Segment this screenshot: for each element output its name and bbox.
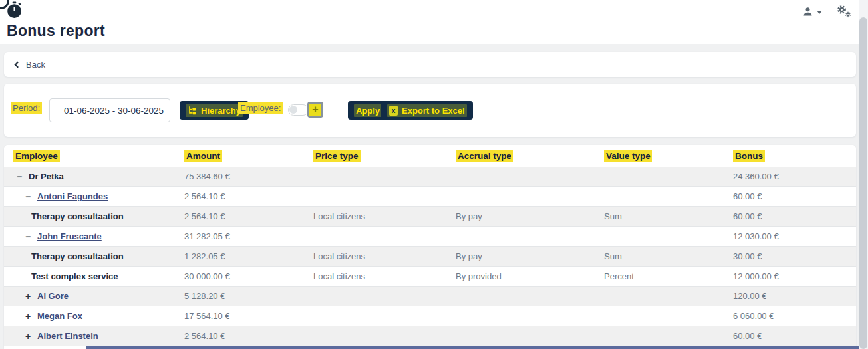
column-header-amount: Amount <box>175 150 304 162</box>
employee-name: Therapy consultaation <box>31 211 124 221</box>
cell-employee: Therapy consultaation <box>4 211 175 221</box>
employee-name[interactable]: Megan Fox <box>37 311 82 321</box>
cell-accrual-type: By provided <box>446 271 595 281</box>
cell-accrual-type: By pay <box>446 211 595 221</box>
employee-label: Employee: <box>238 103 283 113</box>
cell-bonus: 120.00 € <box>724 291 856 301</box>
cell-value-type: Sum <box>595 211 724 221</box>
cell-employee: + Albert Einstein <box>4 331 175 341</box>
cell-employee: Test complex service <box>4 271 175 281</box>
filter-bar: Period: 01-06-2025 - 30-06-2025 Hierarch… <box>4 84 856 137</box>
row-expander[interactable]: + <box>25 332 33 341</box>
cell-price-type: Local citizens <box>304 271 446 281</box>
employee-toggle[interactable] <box>288 104 309 116</box>
apply-button-label: Apply <box>356 106 380 116</box>
top-header: Bonus report <box>0 0 868 44</box>
settings-button[interactable] <box>837 5 851 18</box>
excel-file-icon: x <box>389 106 398 116</box>
column-header-price-type: Price type <box>304 150 446 162</box>
row-expander[interactable]: − <box>17 172 24 181</box>
cell-amount: 30 000.00 € <box>175 271 304 281</box>
employee-name[interactable]: Antoni Fagundes <box>37 191 108 201</box>
column-header-employee: Employee <box>4 150 175 162</box>
cell-employee: − Antoni Fagundes <box>4 191 175 201</box>
bonus-report-table: Employee Amount Price type Accrual type … <box>4 145 856 349</box>
table-row: − Antoni Fagundes 2 564.10 € 60.00 € <box>4 187 856 207</box>
cell-bonus: 24 360.00 € <box>724 172 856 181</box>
cell-bonus: 60.00 € <box>724 211 856 221</box>
plus-icon: + <box>309 104 321 116</box>
period-label: Period: <box>11 103 42 113</box>
cell-employee: + Megan Fox <box>4 311 175 321</box>
cell-amount: 1 282.05 € <box>175 251 304 261</box>
user-icon <box>802 6 813 17</box>
cell-amount: 31 282.05 € <box>175 231 304 241</box>
cell-employee: + Al Gore <box>4 291 175 301</box>
cell-amount: 2 564.10 € <box>175 191 304 201</box>
column-header-value-type: Value type <box>595 150 724 162</box>
table-body: − Dr Petka 75 384.60 € 24 360.00 € − Ant… <box>4 167 856 346</box>
gear-icon-small <box>845 11 851 18</box>
cell-bonus: 12 030.00 € <box>724 231 856 241</box>
add-employee-button[interactable]: + <box>307 102 323 118</box>
cell-amount: 17 564.10 € <box>175 311 304 321</box>
hierarchy-button-label: Hierarchy <box>201 106 241 116</box>
cell-price-type: Local citizens <box>304 211 446 221</box>
employee-name: Test complex service <box>31 271 118 281</box>
toggle-knob <box>289 106 297 114</box>
scrollbar-thumb[interactable] <box>859 17 867 349</box>
cell-employee: − John Fruscante <box>4 231 175 241</box>
cell-price-type: Local citizens <box>304 251 446 261</box>
bottom-footer-edge <box>86 346 859 349</box>
table-row: Test complex service 30 000.00 € Local c… <box>4 267 856 287</box>
table-row: Therapy consultaation 2 564.10 € Local c… <box>4 207 856 227</box>
row-expander[interactable]: − <box>25 192 33 201</box>
back-button[interactable]: Back <box>4 52 856 77</box>
period-date-range-input[interactable]: 01-06-2025 - 30-06-2025 <box>49 98 170 122</box>
stopwatch-icon[interactable] <box>5 1 23 19</box>
employee-name[interactable]: John Fruscante <box>37 231 102 241</box>
table-row: + Albert Einstein 2 564.10 € 60.00 € <box>4 326 856 346</box>
employee-name: Therapy consultaation <box>31 251 124 261</box>
cell-accrual-type: By pay <box>446 251 595 261</box>
employee-name[interactable]: Al Gore <box>37 291 69 301</box>
export-button-label: Export to Excel <box>402 106 465 116</box>
cell-amount: 2 564.10 € <box>175 211 304 221</box>
cell-employee: − Dr Petka <box>4 172 175 181</box>
employee-name: Dr Petka <box>29 172 64 181</box>
cell-bonus: 60.00 € <box>724 331 856 341</box>
cell-bonus: 60.00 € <box>724 191 856 201</box>
cell-employee: Therapy consultaation <box>4 251 175 261</box>
cell-amount: 75 384.60 € <box>175 172 304 181</box>
table-header-row: Employee Amount Price type Accrual type … <box>4 145 856 167</box>
table-row: − Dr Petka 75 384.60 € 24 360.00 € <box>4 167 856 187</box>
user-menu[interactable] <box>802 6 822 17</box>
cell-bonus: 6 060.00 € <box>724 311 856 321</box>
table-row: Therapy consultaation 1 282.05 € Local c… <box>4 247 856 267</box>
row-expander[interactable]: + <box>25 312 33 321</box>
cell-amount: 5 128.20 € <box>175 291 304 301</box>
row-expander[interactable]: + <box>25 292 33 301</box>
table-row: + Megan Fox 17 564.10 € 6 060.00 € <box>4 306 856 326</box>
cell-value-type: Percent <box>595 271 724 281</box>
chevron-down-icon <box>817 11 822 14</box>
employee-name[interactable]: Albert Einstein <box>37 331 98 341</box>
table-row: + Al Gore 5 128.20 € 120.00 € <box>4 287 856 306</box>
period-value: 01-06-2025 - 30-06-2025 <box>64 106 164 116</box>
back-label: Back <box>26 60 45 70</box>
export-to-excel-button[interactable]: x Export to Excel <box>381 101 473 120</box>
row-expander[interactable]: − <box>25 232 33 241</box>
cell-bonus: 30.00 € <box>724 251 856 261</box>
cell-amount: 2 564.10 € <box>175 331 304 341</box>
column-header-bonus: Bonus <box>724 150 856 162</box>
page-title: Bonus report <box>7 22 105 40</box>
vertical-scrollbar[interactable] <box>859 0 868 349</box>
chevron-left-icon <box>15 62 21 68</box>
table-row: − John Fruscante 31 282.05 € 12 030.00 € <box>4 227 856 247</box>
cell-value-type: Sum <box>595 251 724 261</box>
cell-bonus: 12 000.00 € <box>724 271 856 281</box>
column-header-accrual-type: Accrual type <box>446 150 595 162</box>
hierarchy-icon <box>188 106 197 115</box>
